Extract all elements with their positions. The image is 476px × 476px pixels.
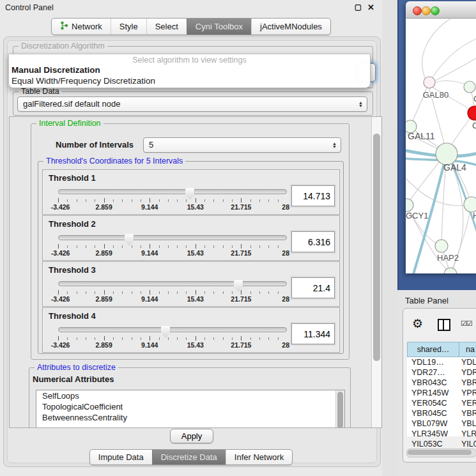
table-panel-title: Table Panel	[405, 296, 449, 305]
node-label: GAL80	[423, 90, 449, 100]
node-hap2[interactable]	[435, 240, 448, 252]
algorithm-option-manual[interactable]: Manual Discretization	[9, 65, 370, 75]
node-h[interactable]	[464, 197, 476, 212]
minimize-traffic-light[interactable]	[422, 6, 431, 15]
thresholds-group-title: Threshold's Coordinates for 5 Intervals	[43, 157, 185, 165]
threshold-1-label: Threshold 1	[49, 173, 96, 183]
numerical-attributes-list[interactable]: SelfLoops TopologicalCoefficient Between…	[36, 390, 345, 428]
threshold-2-label: Threshold 2	[49, 219, 96, 229]
node-selected-red[interactable]	[468, 106, 476, 120]
tick-labels: -3.426 2.859 9.144 15.43 21.715 28	[58, 203, 287, 211]
tab-jactivemnodules[interactable]: jActiveMNodules	[251, 19, 330, 35]
interval-definition-group: Interval Definition Number of Intervals …	[31, 123, 349, 360]
tab-cyni-toolbox[interactable]: Cyni Toolbox	[187, 19, 251, 35]
table-row[interactable]: YER054CYER0	[407, 398, 476, 408]
algorithm-dropdown-popup: Select algorithm to view settings Manual…	[8, 54, 371, 88]
column-header-name[interactable]: na	[459, 342, 476, 357]
list-item[interactable]: TopologicalCoefficient	[36, 401, 344, 412]
node-gal80[interactable]	[424, 77, 435, 88]
threshold-2-panel: Threshold 2 -3.426 2.859 9.144 15.43 21.…	[42, 215, 340, 261]
threshold-1-value-field[interactable]	[291, 185, 335, 206]
tab-impute-data[interactable]: Impute Data	[90, 450, 152, 464]
network-window: GAL80 GA C GAL11 GAL4 GCY1 H HAP2	[406, 1, 476, 273]
list-item[interactable]: SelfLoops	[36, 390, 344, 401]
threshold-3-panel: Threshold 3 -3.426 2.859 9.144 15.43 21.…	[42, 261, 340, 307]
network-window-titlebar[interactable]	[406, 1, 476, 19]
table-data-selected: galFiltered.sif default node	[23, 99, 120, 109]
list-item[interactable]: BetweennessCentrality	[36, 412, 344, 423]
settings-vertical-scrollbar[interactable]	[371, 117, 381, 427]
close-traffic-light[interactable]	[413, 6, 422, 15]
num-intervals-combobox[interactable]: 5 ▲▼	[143, 137, 341, 153]
threshold-3-value-field[interactable]	[291, 277, 335, 298]
threshold-4-value-field[interactable]	[291, 323, 335, 344]
bottom-tab-bar: Impute Data Discretize Data Infer Networ…	[0, 449, 382, 465]
table-row[interactable]: YDL19…YDL1	[407, 357, 476, 367]
table-row[interactable]: YBL079WYBL0	[407, 418, 476, 429]
zoom-traffic-light[interactable]	[431, 6, 440, 15]
node-label: H	[473, 211, 476, 220]
network-canvas[interactable]: GAL80 GA C GAL11 GAL4 GCY1 H HAP2	[406, 19, 476, 273]
tab-select[interactable]: Select	[146, 19, 187, 35]
algorithm-group-title: Discretization Algorithm	[19, 42, 107, 50]
algorithm-placeholder: Select algorithm to view settings	[9, 54, 370, 65]
panel-title: Control Panel	[5, 3, 54, 12]
table-row[interactable]: YBR043CYBR0	[407, 378, 476, 388]
top-tab-bar: Network Style Select Cyni Toolbox jActiv…	[0, 18, 382, 35]
threshold-4-label: Threshold 4	[49, 311, 96, 321]
network-graph: GAL80 GA C GAL11 GAL4 GCY1 H HAP2	[406, 19, 476, 273]
table-panel-container: ⚙ ☑☑ shared… na YDL19…YDL1 YDR27…YDR2 YB…	[403, 308, 476, 463]
node-gal4[interactable]	[436, 143, 457, 165]
table-row[interactable]: YBR045CYBR0	[407, 408, 476, 418]
table-data-combobox[interactable]: galFiltered.sif default node ▲▼	[17, 96, 367, 112]
tab-discretize-data[interactable]: Discretize Data	[152, 450, 226, 464]
algorithm-option-equal-width[interactable]: Equal Width/Frequency Discretization	[9, 75, 370, 86]
tab-network[interactable]: Network	[52, 19, 111, 35]
tick-labels: -3.426 2.859 9.144 15.43 21.715 28	[58, 295, 287, 303]
node-label: GAL11	[408, 131, 435, 141]
num-intervals-label: Number of Intervals	[56, 140, 134, 150]
control-panel-titlebar: Control Panel ▢ ✕	[0, 0, 382, 15]
node-gcy1[interactable]	[406, 199, 413, 211]
interval-definition-title: Interval Definition	[36, 119, 104, 128]
table-row[interactable]: YLR345WYLR3	[407, 429, 476, 439]
network-icon	[60, 21, 68, 32]
table-row[interactable]: YIL053CYIL0	[407, 439, 476, 449]
node-ga[interactable]	[464, 81, 475, 93]
table-row[interactable]: YPR145WYPR1	[407, 388, 476, 398]
table-data-group-title: Table Data	[19, 87, 62, 96]
attributes-group-title: Attributes to discretize	[35, 363, 118, 372]
threshold-1-panel: Threshold 1 -3.426 2.859 9.144 15.43 21.…	[42, 169, 340, 215]
threshold-3-slider[interactable]: -3.426 2.859 9.144 15.43 21.715 28	[58, 281, 287, 303]
attributes-list-scrollbar[interactable]	[335, 390, 344, 428]
node-label: C	[472, 121, 476, 130]
threshold-4-slider[interactable]: -3.426 2.859 9.144 15.43 21.715 28	[58, 327, 287, 349]
threshold-1-slider[interactable]: -3.426 2.859 9.144 15.43 21.715 28	[58, 189, 287, 211]
tab-infer-network[interactable]: Infer Network	[226, 450, 292, 464]
node-table: shared… na YDL19…YDL1 YDR27…YDR2 YBR043C…	[407, 342, 476, 436]
numerical-attributes-heading: Numerical Attributes	[33, 374, 114, 384]
column-header-shared[interactable]: shared…	[408, 342, 459, 357]
close-icon[interactable]: ✕	[367, 3, 374, 12]
checkbox-icons[interactable]: ☑☑	[461, 319, 472, 328]
table-header-row: shared… na	[407, 342, 476, 357]
threshold-2-slider[interactable]: -3.426 2.859 9.144 15.43 21.715 28	[58, 235, 287, 257]
tab-style[interactable]: Style	[111, 19, 146, 35]
node-label: HAP2	[437, 253, 459, 263]
table-toolbar: ⚙ ☑☑	[403, 309, 476, 342]
table-panel: Table Panel ⚙ ☑☑ shared… na YDL19…YDL1 Y…	[397, 290, 476, 476]
apply-button[interactable]: Apply	[170, 429, 213, 443]
control-panel: Control Panel ▢ ✕ Network Style Select	[0, 0, 382, 476]
tick-labels: -3.426 2.859 9.144 15.43 21.715 28	[58, 341, 287, 349]
threshold-2-value-field[interactable]	[291, 231, 335, 252]
table-row[interactable]: YDR27…YDR2	[407, 367, 476, 378]
split-columns-icon[interactable]	[438, 319, 450, 331]
tick-labels: -3.426 2.859 9.144 15.43 21.715 28	[58, 249, 287, 257]
table-horizontal-scrollbar[interactable]	[406, 449, 476, 457]
threshold-4-panel: Threshold 4 -3.426 2.859 9.144 15.43 21.…	[42, 307, 340, 353]
tab-network-label: Network	[72, 22, 102, 31]
float-window-icon[interactable]: ▢	[355, 3, 362, 12]
gear-icon[interactable]: ⚙	[412, 316, 423, 331]
combo-arrows-icon: ▲▼	[358, 97, 363, 111]
settings-scrollpane: Interval Definition Number of Intervals …	[9, 116, 382, 428]
